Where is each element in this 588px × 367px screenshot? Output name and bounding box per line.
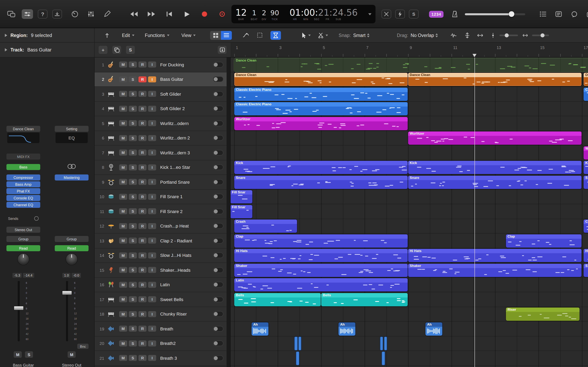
record-enable-button[interactable]: R bbox=[138, 223, 147, 229]
vertical-zoom-button[interactable] bbox=[462, 31, 473, 40]
track-on-toggle[interactable] bbox=[213, 355, 223, 361]
track-name[interactable]: Portland Snare bbox=[160, 180, 213, 184]
track-on-toggle[interactable] bbox=[213, 223, 223, 229]
insert-slot[interactable]: Mastering bbox=[55, 175, 88, 181]
mute-button[interactable]: M bbox=[119, 238, 127, 244]
send-knob[interactable] bbox=[34, 216, 39, 221]
insert-slot[interactable]: Bass Amp bbox=[7, 181, 40, 187]
track-header-row[interactable]: 6MSRIWurlitz...dern 2 bbox=[95, 131, 227, 146]
instrument-slot[interactable]: Bass bbox=[7, 164, 40, 170]
arrange-area[interactable]: Dance CleanDance CleanDance CleanDClassi… bbox=[231, 58, 588, 367]
sends-row[interactable]: Sends bbox=[8, 216, 39, 221]
mute-button[interactable]: M bbox=[119, 223, 127, 229]
track-on-toggle[interactable] bbox=[213, 297, 223, 302]
command-tool-menu[interactable] bbox=[318, 32, 328, 38]
playhead[interactable] bbox=[474, 58, 475, 367]
record-enable-button[interactable]: R bbox=[138, 267, 147, 273]
track-name[interactable]: Crash...p Heat bbox=[160, 224, 213, 228]
track-name[interactable]: Breath 3 bbox=[160, 356, 213, 361]
horizontal-zoom-button[interactable] bbox=[475, 31, 485, 40]
solo-button[interactable]: S bbox=[129, 62, 137, 68]
track-header-row[interactable]: 19MSRIBreath bbox=[95, 322, 227, 336]
insert-slot[interactable]: Compressor bbox=[7, 175, 40, 181]
record-enable-button[interactable]: R bbox=[138, 106, 147, 112]
track-on-toggle[interactable] bbox=[213, 311, 223, 317]
solo-button[interactable]: S bbox=[129, 282, 137, 288]
zoom-slider-knob[interactable] bbox=[505, 33, 509, 37]
record-enable-button[interactable]: R bbox=[138, 341, 147, 347]
record-enable-button[interactable]: R bbox=[138, 62, 147, 68]
solo-button[interactable]: S bbox=[129, 179, 137, 185]
eq-thumbnail[interactable] bbox=[7, 133, 39, 143]
mute-button[interactable]: M bbox=[119, 76, 127, 82]
track-header-row[interactable]: 18MSRIChunky Riser bbox=[95, 307, 227, 322]
mixer-icon[interactable] bbox=[85, 9, 97, 19]
drag-menu[interactable]: Drag: No Overlap bbox=[397, 33, 438, 38]
track-header-row[interactable]: 1MSRIFor Ducking bbox=[95, 58, 227, 72]
input-monitor-button[interactable]: I bbox=[148, 164, 156, 170]
record-enable-button[interactable]: R bbox=[138, 76, 147, 82]
mute-button[interactable]: M bbox=[119, 135, 127, 141]
group-slot[interactable]: Group bbox=[7, 236, 40, 242]
mute-button[interactable]: M bbox=[119, 355, 127, 361]
track-on-toggle[interactable] bbox=[213, 135, 223, 141]
insert-slot[interactable]: Console EQ bbox=[7, 195, 40, 201]
track-name[interactable]: Shaker...Heads bbox=[160, 268, 213, 273]
patch-name[interactable]: Dance Clean bbox=[7, 126, 40, 132]
record-enable-button[interactable]: R bbox=[138, 252, 147, 259]
solo-button[interactable]: S bbox=[129, 326, 137, 332]
track-header-row[interactable]: 14MSRISlow J...Hi Hats bbox=[95, 248, 227, 263]
track-name[interactable]: Breath2 bbox=[160, 341, 213, 346]
mute-button[interactable]: M bbox=[119, 326, 127, 332]
track-header-row[interactable]: 7MSRIWurlitz...dern 3 bbox=[95, 146, 227, 160]
mute-button[interactable]: M bbox=[119, 341, 127, 347]
mute-button[interactable]: M bbox=[119, 296, 127, 302]
peak-readout[interactable]: -14.4 bbox=[23, 273, 34, 278]
solo-button[interactable]: S bbox=[129, 252, 137, 259]
input-monitor-button[interactable]: I bbox=[148, 179, 156, 185]
track-header-config-button[interactable] bbox=[218, 46, 227, 54]
input-monitor-button[interactable]: I bbox=[148, 91, 156, 97]
input-monitor-button[interactable]: I bbox=[148, 120, 156, 126]
quick-help-icon[interactable]: ? bbox=[38, 10, 47, 18]
track-header-row[interactable]: 11MSRIFill Snare 2 bbox=[95, 204, 227, 219]
track-on-toggle[interactable] bbox=[213, 341, 223, 346]
solo-button[interactable]: S bbox=[129, 311, 137, 317]
pan-knob[interactable] bbox=[17, 253, 29, 265]
insert-slot[interactable]: Phat FX bbox=[7, 188, 40, 194]
region[interactable]: W bbox=[584, 146, 588, 159]
track-name[interactable]: Wurlitz...dern 2 bbox=[160, 136, 213, 141]
track-on-toggle[interactable] bbox=[213, 282, 223, 288]
region[interactable]: Hi Hats bbox=[234, 249, 408, 262]
solo-button[interactable]: S bbox=[129, 91, 137, 97]
chat-icon[interactable] bbox=[569, 9, 580, 19]
input-monitor-button[interactable]: I bbox=[148, 238, 156, 244]
forward-icon[interactable] bbox=[146, 9, 157, 19]
solo-button[interactable]: S bbox=[129, 355, 137, 361]
mute-button[interactable]: M bbox=[119, 106, 127, 112]
solo-button[interactable]: S bbox=[129, 135, 137, 141]
count-in-badge[interactable]: 1234 bbox=[429, 11, 444, 17]
input-monitor-button[interactable]: I bbox=[148, 341, 156, 347]
region[interactable]: Bells bbox=[234, 293, 321, 306]
play-icon[interactable] bbox=[181, 9, 192, 19]
record-enable-button[interactable]: R bbox=[138, 194, 147, 200]
input-monitor-button[interactable]: I bbox=[148, 223, 156, 229]
bounce-button[interactable]: Bnc bbox=[77, 344, 88, 349]
track-name[interactable]: Wurlitz...odern bbox=[160, 121, 213, 126]
zoom-slider-track[interactable] bbox=[532, 34, 549, 36]
track-name[interactable]: Chunky Riser bbox=[160, 312, 213, 317]
track-header-row[interactable]: 10MSRIFill Snare 1 bbox=[95, 190, 227, 204]
region[interactable]: Shaker bbox=[234, 264, 408, 277]
region[interactable]: C bbox=[584, 87, 588, 101]
region[interactable]: Classic Electric Piano bbox=[234, 102, 408, 115]
mute-button[interactable]: M bbox=[119, 120, 127, 126]
region[interactable]: Clap bbox=[234, 234, 408, 247]
track-on-toggle[interactable] bbox=[213, 62, 223, 67]
list-view-button[interactable] bbox=[221, 31, 232, 40]
region[interactable]: K bbox=[584, 161, 588, 174]
volume-fader[interactable]: 630369121824304260 bbox=[7, 281, 40, 341]
mute-button[interactable]: M bbox=[119, 267, 127, 273]
disclosure-icon[interactable] bbox=[5, 48, 7, 51]
track-header-row[interactable]: 15MSRIShaker...Heads bbox=[95, 263, 227, 278]
